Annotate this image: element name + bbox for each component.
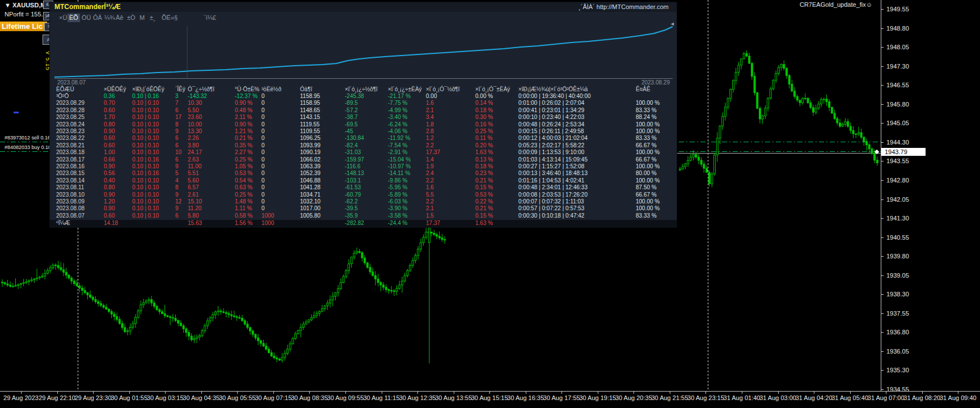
table-cell: 0:01:00 | 0:26:02 | 2:07:04 xyxy=(518,100,584,107)
table-cell: 0:00:57 | 0:07:22 | 0:57:53 xyxy=(518,205,584,212)
tab-7[interactable]: ±Ò xyxy=(125,14,137,22)
price-axis-label: 1946.55 xyxy=(886,82,909,88)
license-banner[interactable]: Lifetime Lic xyxy=(0,22,47,31)
table-cell: -4.99 % xyxy=(388,107,407,114)
table-cell: 5 xyxy=(175,170,179,177)
table-cell: 10.00 xyxy=(188,121,202,128)
table-cell: -6.03 % xyxy=(388,198,407,205)
table-cell: 0 xyxy=(261,114,265,121)
table-cell: 1.6 xyxy=(426,184,434,191)
table-cell: 1.05 % xyxy=(235,163,252,170)
tab-2[interactable]: ÈÕ xyxy=(67,14,80,22)
table-cell: 0.58 % xyxy=(235,212,252,219)
table-cell: 2023.08.28 xyxy=(56,107,85,114)
time-axis-label: 30 Aug 03:15 xyxy=(147,394,184,401)
panel-title: MTCommanderÍ³¼Æ xyxy=(54,3,121,11)
time-tick xyxy=(814,392,814,394)
table-cell: -82.4 xyxy=(345,142,358,149)
table-cell: 17 xyxy=(175,114,181,121)
symbol-label[interactable]: ▼ XAUUSD,M5 xyxy=(5,2,49,8)
table-cell: 0.25 % xyxy=(235,156,252,163)
table-cell: 0.23 % xyxy=(475,170,493,177)
current-price-box: 1943.79 xyxy=(881,148,926,156)
table-cell: 0:00:12 | 4:00:03 | 21:02:04 xyxy=(518,135,588,142)
table-cell: -31.03 xyxy=(345,149,361,156)
table-cell: -245.38 xyxy=(345,93,364,100)
table-cell: 0.10 | 0.10 xyxy=(132,128,159,135)
table-cell: 0.15 % xyxy=(475,184,493,191)
time-tick xyxy=(382,392,382,394)
table-cell: 2023.08.11 xyxy=(56,184,84,191)
time-tick xyxy=(93,392,94,394)
table-cell: 1017.00 xyxy=(300,205,320,212)
table-cell: 0.40 xyxy=(104,177,115,184)
table-cell: 2023.08.09 xyxy=(56,198,85,205)
price-axis-label: 1936.05 xyxy=(886,348,909,355)
table-cell: 0.16 % xyxy=(475,121,493,128)
table-cell: 1063.39 xyxy=(300,163,320,170)
time-axis-label: 31 Aug 08:20 xyxy=(903,394,940,401)
time-tick xyxy=(598,392,598,394)
price-tick xyxy=(881,313,884,314)
time-tick xyxy=(237,392,238,394)
table-cell: -4.06 % xyxy=(388,128,407,135)
panel-resize-grip[interactable]: ◄ xyxy=(670,21,675,27)
table-cell: 2.2 xyxy=(426,177,434,184)
price-axis-label: 1942.05 xyxy=(886,196,909,203)
table-cell: 24.17 xyxy=(188,149,202,156)
price-tick xyxy=(881,47,884,48)
table-cell: 1.2 xyxy=(426,135,434,142)
table-cell: 0 xyxy=(261,184,265,191)
table-cell: 0 xyxy=(261,142,265,149)
table-cell: 83.33 % xyxy=(636,212,657,219)
table-cell: 0 xyxy=(261,170,265,177)
table-cell: 10 xyxy=(175,149,181,156)
mtcommander-panel[interactable]: MTCommanderÍ³¼Æ ¸´ÅÌÀ´ http://MTCommande… xyxy=(49,2,677,228)
table-total-cell: 15.63 xyxy=(188,220,202,227)
tab-10[interactable]: ÕË»§ xyxy=(160,14,179,22)
table-cell: -21.17 % xyxy=(388,93,411,100)
table-row: 2023.08.290.700.10 | 0.10710.300.90 %011… xyxy=(50,100,677,107)
time-tick xyxy=(742,392,742,394)
table-cell: 6 xyxy=(175,156,179,163)
time-tick xyxy=(778,392,779,394)
panel-title-bar[interactable]: MTCommanderÍ³¼Æ ¸´ÅÌÀ´ http://MTCommande… xyxy=(50,2,677,12)
table-cell: 2023.08.14 xyxy=(56,177,85,184)
table-cell: 2.1 xyxy=(426,107,434,114)
tab-9[interactable]: ±¸ xyxy=(148,14,157,22)
table-cell: 0.10 | 0.16 xyxy=(132,170,159,177)
table-cell: 0:00:30 | 0:10:18 | 0:47:42 xyxy=(518,212,584,219)
price-axis[interactable]: 1949.551948.801948.051947.301946.551945.… xyxy=(881,0,980,391)
tab-8[interactable]: M xyxy=(138,14,146,22)
table-cell: ³Ö²Ö xyxy=(56,93,69,100)
table-cell: -35.9 xyxy=(345,212,358,219)
table-cell: 2023.08.15 xyxy=(56,170,85,177)
mt4-chart-window: ▼ XAUUSD,M5 NPorfit = 155.35 Lifetime Li… xyxy=(0,0,980,408)
table-cell: -10.97 % xyxy=(388,163,411,170)
table-row: 2023.08.240.800.10 | 0.10810.000.90 %011… xyxy=(50,121,677,128)
table-cell: 9 xyxy=(175,128,179,135)
table-cell: 100.00 % xyxy=(636,205,660,212)
table-cell: -38.7 xyxy=(345,114,358,121)
time-axis[interactable]: 29 Aug 202329 Aug 22:1029 Aug 23:3030 Au… xyxy=(0,391,980,408)
tab-11[interactable]: ´ì¼£ xyxy=(202,14,218,22)
time-axis-label: 30 Aug 08:35 xyxy=(291,394,328,401)
table-cell: 1.9 xyxy=(426,163,434,170)
table-cell: 0.18 % xyxy=(475,163,493,170)
table-cell: 1034.71 xyxy=(300,192,320,198)
tab-4[interactable]: ÔÂ xyxy=(91,14,104,22)
table-cell: 0.25 % xyxy=(475,128,493,135)
table-cell: 0.35 % xyxy=(235,142,252,149)
time-axis-label: 30 Aug 20:35 xyxy=(615,394,652,401)
tab-6[interactable]: Äê xyxy=(114,14,125,22)
price-tick xyxy=(881,161,884,162)
table-total-cell: 17.37 xyxy=(426,220,440,227)
time-axis-label: 30 Aug 19:15 xyxy=(579,394,616,401)
table-cell: 1.8 xyxy=(426,121,434,128)
price-axis-label: 1937.55 xyxy=(886,310,909,317)
time-axis-label: 29 Aug 22:10 xyxy=(39,394,75,401)
table-cell: 5.5 xyxy=(426,192,434,198)
table-cell: 0.20 % xyxy=(475,142,493,149)
table-cell: 0.60 xyxy=(104,142,115,149)
panel-title-url[interactable]: ¸´ÅÌÀ´ http://MTCommander.com xyxy=(578,3,669,10)
